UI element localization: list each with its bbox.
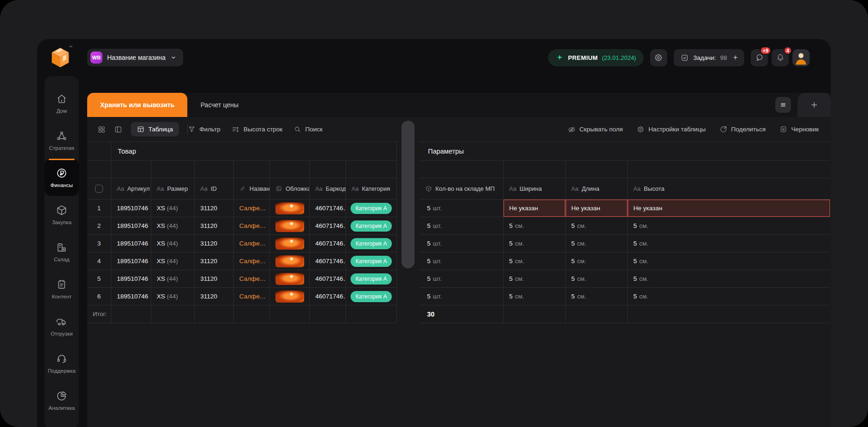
column-header-6[interactable]: АаБаркод (310, 178, 346, 199)
share-button[interactable]: Поделиться (720, 125, 766, 133)
board-view-button[interactable] (114, 125, 122, 134)
id-cell[interactable]: 31120 (195, 270, 234, 287)
tab-list-button[interactable] (775, 97, 791, 113)
hide-fields-button[interactable]: Скрывать поля (568, 125, 623, 134)
sidebar-item-home[interactable]: Дом (45, 84, 79, 122)
qty-cell[interactable]: 5шт. (420, 270, 504, 287)
row-number-cell[interactable]: 3 (87, 235, 111, 252)
articul-cell[interactable]: 189510746 (111, 217, 151, 234)
barcode-cell[interactable]: 46071746… (310, 200, 346, 217)
grid-view-button[interactable] (97, 125, 106, 134)
barcode-cell[interactable]: 46071746… (310, 252, 346, 270)
height-cell[interactable]: Не указан (628, 200, 830, 217)
qty-cell[interactable]: 5шт. (420, 252, 504, 270)
category-cell[interactable]: Категория A (346, 288, 397, 305)
id-cell[interactable]: 31120 (195, 217, 234, 234)
height-cell[interactable]: 5см. (628, 252, 830, 270)
articul-cell[interactable]: 189510746 (111, 288, 151, 305)
select-all-checkbox[interactable] (95, 185, 103, 193)
user-avatar[interactable] (792, 49, 810, 66)
column-header-5[interactable]: Обложка (270, 178, 310, 199)
width-cell[interactable]: 5см. (504, 270, 566, 287)
cover-cell[interactable] (270, 288, 310, 305)
column-header-3[interactable]: АаID (195, 178, 234, 199)
column-header-4[interactable]: Название (234, 178, 270, 199)
tab-store-or-remove[interactable]: Хранить или вывозить (87, 93, 187, 117)
sidebar-item-procurement[interactable]: Закупка (45, 196, 79, 233)
width-cell[interactable]: Не указан (504, 200, 566, 217)
support-chat-button[interactable]: +9 (751, 49, 768, 66)
product-cover-thumbnail[interactable] (275, 273, 304, 285)
category-cell[interactable]: Категория A (346, 235, 397, 252)
id-cell[interactable]: 31120 (195, 200, 234, 217)
category-cell[interactable]: Категория A (346, 200, 397, 217)
size-cell[interactable]: XS (44) (151, 270, 195, 287)
category-cell[interactable]: Категория A (346, 270, 397, 287)
articul-cell[interactable]: 189510746 (111, 270, 151, 287)
length-cell[interactable]: 5см. (566, 235, 628, 252)
row-number-cell[interactable]: 2 (87, 217, 111, 234)
search-button[interactable]: Поиск (294, 125, 322, 133)
notifications-button[interactable]: 4 (772, 49, 789, 66)
length-cell[interactable]: 5см. (566, 252, 628, 270)
row-height-button[interactable]: Высота строк (231, 125, 282, 134)
sidebar-item-warehouse[interactable]: Склад (45, 233, 79, 270)
length-cell[interactable]: 5см. (566, 288, 628, 305)
product-cover-thumbnail[interactable] (275, 202, 304, 214)
barcode-cell[interactable]: 46071746… (310, 217, 346, 234)
size-cell[interactable]: XS (44) (151, 235, 195, 252)
articul-cell[interactable]: 189510746 (111, 252, 151, 270)
product-cover-thumbnail[interactable] (275, 255, 304, 267)
column-header-2[interactable]: АаРазмер (151, 178, 195, 199)
qty-cell[interactable]: 5шт. (420, 288, 504, 305)
length-cell[interactable]: Не указан (566, 200, 628, 217)
id-cell[interactable]: 31120 (195, 288, 234, 305)
height-cell[interactable]: 5см. (628, 288, 830, 305)
id-cell[interactable]: 31120 (195, 235, 234, 252)
filter-button[interactable]: Фильтр (188, 125, 220, 133)
product-name-link[interactable]: Салфетки для р… (239, 222, 269, 229)
sidebar-item-analytics[interactable]: Аналитика (45, 382, 79, 419)
column-header-3[interactable]: АаДлина (566, 178, 628, 199)
product-cover-thumbnail[interactable] (275, 238, 304, 250)
size-cell[interactable]: XS (44) (151, 217, 195, 234)
size-cell[interactable]: XS (44) (151, 200, 195, 217)
row-number-cell[interactable]: 5 (87, 270, 111, 287)
sidebar-item-shipments[interactable]: Отгрузки (45, 307, 79, 344)
size-cell[interactable]: XS (44) (151, 288, 195, 305)
sidebar-item-content[interactable]: Контент (45, 270, 79, 307)
store-selector[interactable]: WB Название магазина (87, 49, 183, 66)
product-cover-thumbnail[interactable] (275, 220, 304, 232)
width-cell[interactable]: 5см. (504, 252, 566, 270)
cover-cell[interactable] (270, 217, 310, 234)
column-header-4[interactable]: АаВысота (628, 178, 830, 199)
tasks-widget[interactable]: Задачи: 98 + (674, 49, 744, 66)
barcode-cell[interactable]: 46071746… (310, 235, 346, 252)
id-cell[interactable]: 31120 (195, 252, 234, 270)
cover-cell[interactable] (270, 270, 310, 287)
category-cell[interactable]: Категория A (346, 217, 397, 234)
tab-price-calc[interactable]: Расчет цены (187, 93, 251, 117)
sidebar-item-finance[interactable]: Финансы (45, 159, 79, 196)
app-logo[interactable]: ™ (50, 46, 70, 69)
sidebar-item-strategy[interactable]: Стратегия (45, 122, 79, 159)
product-name-link[interactable]: Салфетки для р… (239, 258, 269, 265)
qty-cell[interactable]: 5шт. (420, 200, 504, 217)
size-cell[interactable]: XS (44) (151, 252, 195, 270)
width-cell[interactable]: 5см. (504, 217, 566, 234)
settings-button[interactable] (650, 49, 667, 66)
sidebar-item-support[interactable]: Поддержка (45, 344, 79, 382)
column-header-7[interactable]: АаКатегория (346, 178, 397, 199)
add-task-button[interactable]: + (733, 53, 738, 62)
height-cell[interactable]: 5см. (628, 270, 830, 287)
premium-status[interactable]: PREMIUM (23.01.2024) (548, 49, 644, 66)
column-header-2[interactable]: АаШирина (504, 178, 566, 199)
table-view-button[interactable]: Таблица (131, 122, 179, 136)
row-number-cell[interactable]: 4 (87, 252, 111, 270)
width-cell[interactable]: 5см. (504, 235, 566, 252)
cover-cell[interactable] (270, 252, 310, 270)
product-cover-thumbnail[interactable] (275, 291, 304, 303)
product-name-link[interactable]: Салфетки для р… (239, 275, 269, 282)
barcode-cell[interactable]: 46071746… (310, 288, 346, 305)
articul-cell[interactable]: 189510746 (111, 235, 151, 252)
